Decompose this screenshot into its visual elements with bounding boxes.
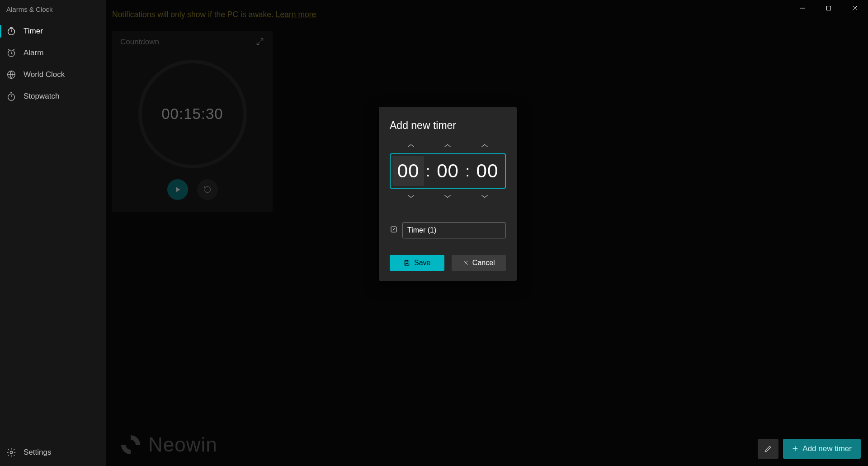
svg-rect-6 [406, 261, 408, 262]
timer-name-row [390, 222, 506, 238]
add-new-timer-button[interactable]: + Add new timer [783, 439, 861, 459]
watermark-text: Neowin [148, 433, 217, 456]
timer-card-countdown[interactable]: Countdown 00:15:30 [112, 31, 273, 212]
minimize-button[interactable] [789, 0, 816, 16]
seconds-field[interactable]: 00 [472, 160, 503, 182]
sidebar-item-label: World Clock [24, 70, 65, 79]
time-picker[interactable]: 00 : 00 : 00 [390, 153, 506, 189]
hours-field[interactable]: 00 [392, 156, 424, 186]
window-controls [789, 0, 868, 16]
time-display: 00:15:30 [161, 105, 223, 123]
progress-ring: 00:15:30 [138, 60, 247, 168]
expand-icon[interactable] [255, 37, 265, 47]
cancel-label: Cancel [472, 259, 495, 267]
add-timer-label: Add new timer [802, 444, 852, 453]
save-button[interactable]: Save [390, 255, 444, 271]
learn-more-link[interactable]: Learn more [276, 10, 316, 19]
maximize-button[interactable] [816, 0, 842, 16]
time-separator: : [466, 162, 470, 180]
sidebar-item-timer[interactable]: Timer [0, 20, 106, 42]
timer-icon [6, 26, 16, 36]
save-label: Save [414, 259, 430, 267]
app-title: Alarms & Clock [0, 4, 106, 20]
close-button[interactable] [842, 0, 868, 16]
alarm-icon [6, 48, 16, 58]
watermark: Neowin [119, 433, 217, 456]
sidebar: Alarms & Clock Timer Alarm World Clock S… [0, 0, 106, 466]
stopwatch-icon [6, 91, 16, 101]
sidebar-item-label: Timer [24, 27, 43, 36]
reset-button[interactable] [197, 179, 218, 200]
minutes-down-button[interactable] [435, 190, 460, 202]
world-clock-icon [6, 70, 16, 80]
sidebar-item-settings[interactable]: Settings [0, 442, 106, 463]
seconds-down-button[interactable] [472, 190, 497, 202]
card-header: Countdown [112, 31, 273, 47]
edit-name-icon [390, 225, 398, 235]
sidebar-item-stopwatch[interactable]: Stopwatch [0, 86, 106, 107]
card-actions [112, 179, 273, 200]
notification-bar: Notifications will only show if the PC i… [106, 0, 868, 19]
notification-text: Notifications will only show if the PC i… [112, 10, 276, 19]
timer-ring: 00:15:30 [112, 60, 273, 168]
cancel-button[interactable]: Cancel [452, 255, 506, 271]
add-timer-dialog: Add new timer 00 : 00 : 00 [379, 107, 517, 281]
card-title: Countdown [120, 38, 159, 47]
time-separator: : [426, 162, 430, 180]
bottom-bar: + Add new timer [758, 439, 861, 459]
timer-name-input[interactable] [402, 222, 506, 238]
minutes-field[interactable]: 00 [432, 160, 464, 182]
spinner-up-row [390, 140, 506, 152]
seconds-up-button[interactable] [472, 140, 497, 152]
svg-point-4 [10, 451, 13, 454]
hours-up-button[interactable] [399, 140, 423, 152]
dialog-title: Add new timer [390, 119, 506, 132]
edit-timers-button[interactable] [758, 439, 778, 459]
dialog-actions: Save Cancel [390, 255, 506, 271]
sidebar-item-label: Stopwatch [24, 92, 59, 101]
play-button[interactable] [167, 179, 188, 200]
sidebar-item-world-clock[interactable]: World Clock [0, 64, 106, 86]
sidebar-item-label: Settings [24, 448, 51, 457]
gear-icon [6, 447, 16, 457]
sidebar-item-alarm[interactable]: Alarm [0, 42, 106, 64]
plus-icon: + [792, 444, 798, 454]
spinner-down-row [390, 190, 506, 202]
sidebar-item-label: Alarm [24, 48, 43, 57]
svg-rect-8 [827, 6, 831, 10]
hours-down-button[interactable] [399, 190, 423, 202]
svg-rect-7 [406, 263, 408, 265]
main-area: Notifications will only show if the PC i… [106, 0, 868, 466]
neowin-logo-icon [119, 433, 142, 456]
app-root: Alarms & Clock Timer Alarm World Clock S… [0, 0, 868, 466]
svg-point-3 [8, 94, 15, 101]
minutes-up-button[interactable] [435, 140, 460, 152]
